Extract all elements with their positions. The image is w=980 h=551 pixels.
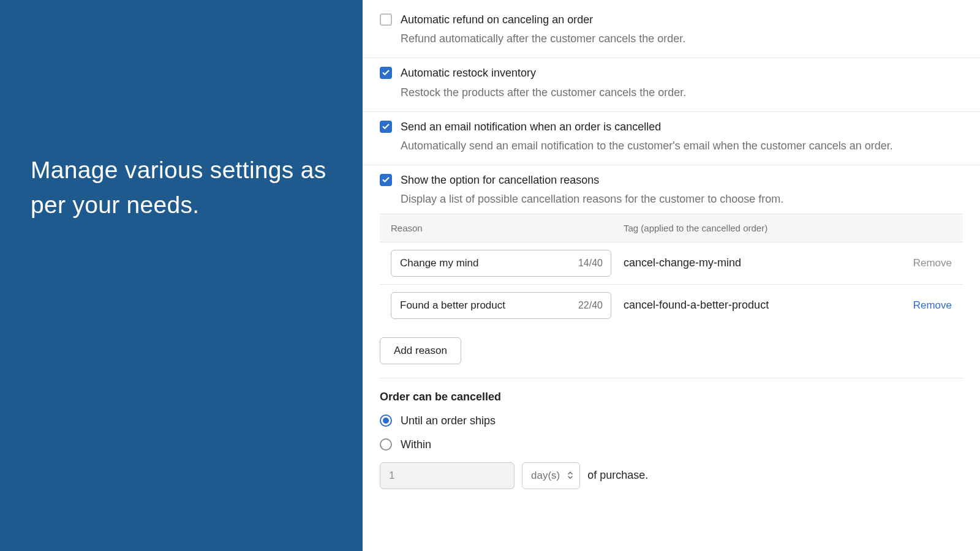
- setting-desc: Restock the products after the customer …: [401, 85, 963, 100]
- check-icon: [382, 69, 390, 77]
- checkbox-show-reasons[interactable]: [380, 174, 392, 186]
- remove-reason-link[interactable]: Remove: [901, 299, 952, 312]
- checkbox-email-notify[interactable]: [380, 121, 392, 133]
- char-count: 22/40: [578, 300, 603, 311]
- checkbox-auto-refund[interactable]: [380, 13, 392, 26]
- setting-title: Send an email notification when an order…: [401, 119, 963, 135]
- setting-auto-restock: Automatic restock inventory Restock the …: [363, 58, 980, 111]
- remove-reason-link[interactable]: Remove: [901, 257, 952, 269]
- setting-title: Automatic refund on canceling an order: [401, 12, 963, 28]
- setting-auto-refund: Automatic refund on canceling an order R…: [363, 5, 980, 58]
- within-number-input[interactable]: [380, 462, 514, 489]
- setting-desc: Automatically send an email notification…: [401, 138, 963, 154]
- check-icon: [382, 122, 390, 131]
- cancel-window-heading: Order can be cancelled: [380, 391, 963, 403]
- setting-title: Automatic restock inventory: [401, 66, 963, 81]
- within-inputs: day(s) of purchase.: [380, 462, 963, 489]
- marketing-sidebar: Manage various settings as per your need…: [0, 0, 363, 551]
- reason-tag: cancel-change-my-mind: [624, 257, 901, 269]
- col-header-reason: Reason: [391, 223, 624, 233]
- setting-show-reasons: Show the option for cancellation reasons…: [363, 165, 980, 213]
- radio-until-ships[interactable]: Until an order ships: [380, 414, 963, 427]
- setting-title: Show the option for cancellation reasons: [401, 173, 963, 188]
- radio-icon: [380, 438, 392, 451]
- marketing-headline: Manage various settings as per your need…: [31, 153, 332, 222]
- reason-tag: cancel-found-a-better-product: [624, 299, 901, 312]
- radio-icon: [380, 414, 392, 427]
- settings-panel: Automatic refund on canceling an order R…: [363, 0, 980, 551]
- unit-label: day(s): [531, 470, 560, 482]
- reason-row: 14/40 cancel-change-my-mind Remove: [380, 242, 963, 285]
- char-count: 14/40: [578, 258, 603, 269]
- add-reason-button[interactable]: Add reason: [380, 337, 461, 364]
- radio-label: Until an order ships: [401, 414, 496, 427]
- check-icon: [382, 176, 390, 184]
- reason-row: 22/40 cancel-found-a-better-product Remo…: [380, 285, 963, 326]
- radio-within[interactable]: Within: [380, 438, 963, 451]
- checkbox-auto-restock[interactable]: [380, 67, 392, 79]
- reasons-table: Reason Tag (applied to the cancelled ord…: [380, 214, 963, 326]
- setting-desc: Display a list of possible cancellation …: [401, 192, 963, 207]
- col-header-tag: Tag (applied to the cancelled order): [624, 223, 952, 233]
- setting-email-notify: Send an email notification when an order…: [363, 112, 980, 165]
- cancel-window-section: Order can be cancelled Until an order sh…: [363, 378, 980, 489]
- within-unit-select[interactable]: day(s): [522, 462, 580, 489]
- radio-label: Within: [401, 438, 431, 451]
- reasons-table-header: Reason Tag (applied to the cancelled ord…: [380, 214, 963, 242]
- stepper-icon: [567, 471, 573, 480]
- setting-desc: Refund automatically after the customer …: [401, 31, 963, 47]
- within-suffix: of purchase.: [587, 469, 648, 482]
